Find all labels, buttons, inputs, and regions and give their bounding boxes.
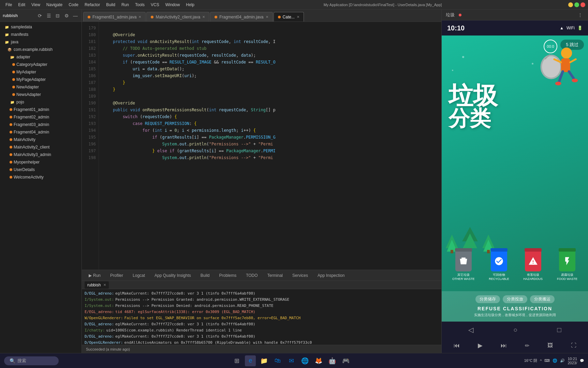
tree-item-mainactivity2[interactable]: MainActivity2_client [0,143,82,151]
tree-item-label: adapter [16,55,30,59]
menu-refactor[interactable]: Refactor [82,2,103,8]
tree-item-java[interactable]: 📁 java [0,38,82,46]
terminal-tab[interactable]: Terminal [263,272,287,279]
services-tab[interactable]: Services [288,272,312,279]
tab-close-button[interactable]: ✕ [266,15,268,19]
menu-vcs[interactable]: VCS [148,2,162,8]
notification-icon[interactable]: 💬 [580,359,584,363]
taskbar-icon-explorer[interactable]: 📁 [259,355,269,366]
taskbar-icon-mail[interactable]: ✉ [286,355,297,366]
taskbar-icon-steam[interactable]: 🎮 [340,355,351,366]
menu-navigate[interactable]: Navigate [44,2,65,8]
menu-build[interactable]: Build [103,2,118,8]
code-content[interactable]: @Override protected void onActivityResul… [99,22,441,270]
maximize-button[interactable]: □ [574,2,579,7]
bins-area: 其它垃圾OTHER WASTE 可回收物RECYCLABLE 有害垃圾HAZAR… [442,251,588,281]
sidebar: rubbish ⟳ ☰ ⊟ ⚙ — 📁 sampledata 📁 manifes… [0,10,82,353]
keyboard-icon: ⌨ [544,358,550,363]
problems-tab[interactable]: Problems [215,272,240,279]
build-tab[interactable]: Build [196,272,214,279]
tab-fragment04[interactable]: Fragment04_admin.java ✕ [210,12,273,22]
tree-item-fragment01[interactable]: Fragment01_admin [0,106,82,113]
taskbar-icon-edge[interactable]: e [245,355,256,366]
taskbar-icon-ie[interactable]: 🌐 [299,355,310,366]
menu-run[interactable]: Run [119,2,132,8]
taskbar-icon-ff[interactable]: 🦊 [313,355,324,366]
menu-window[interactable]: Window [163,2,183,8]
taskbar-icon-store[interactable]: 🛍 [272,355,283,366]
menu-view[interactable]: View [29,2,43,8]
profiler-tab[interactable]: Profiler [106,272,127,279]
tree-item-mainactivity3[interactable]: MainActivity3_admin [0,151,82,158]
run-tab[interactable]: ▶ Run [85,272,105,279]
app-quality-tab[interactable]: App Quality Insights [150,272,195,279]
rubbish-tab-close[interactable]: ✕ [103,283,106,287]
fullscreen-button[interactable]: ⛶ [571,342,576,349]
tree-item-adapter[interactable]: 📂 adapter [0,53,82,61]
tree-item-myadapter[interactable]: MyAdapter [0,68,82,76]
play-button[interactable]: ▶ [478,342,483,349]
rewind-button[interactable]: ⏮ [454,342,460,349]
menu-file[interactable]: File [3,2,15,8]
tab-mainactivity2[interactable]: MainActivity2_client.java ✕ [146,12,209,22]
tree-item-sampledata[interactable]: 📁 sampledata [0,23,82,31]
pencil-button[interactable]: ✏ [525,342,529,349]
rubbish-tab-label: rubbish [87,283,101,287]
java-icon [10,108,12,111]
tree-item-package[interactable]: 📦 com.example.rubbish [0,46,82,53]
tree-item-fragment03[interactable]: Fragment03_admin [0,121,82,128]
minimize-button[interactable]: − [568,2,573,7]
clock-widget[interactable]: 10:21 2023/ [568,357,577,365]
logcat-tab[interactable]: Logcat [129,272,149,279]
tab-close-button[interactable]: ✕ [297,15,299,19]
menu-code[interactable]: Code [66,2,81,8]
tab-close-button[interactable]: ✕ [138,15,141,19]
emulator-more-button[interactable]: ⋮ [576,12,584,18]
emulator-close-dot[interactable] [459,14,461,16]
log-tag: D/OpenGLRenderer: [85,340,123,345]
menu-edit[interactable]: Edit [15,2,28,8]
tab-fragment01[interactable]: Fragment01_admin.java ✕ [83,12,146,22]
tree-item-manifests[interactable]: 📁 manifests [0,31,82,38]
tree-item-userdetails[interactable]: UserDetails [0,166,82,173]
back-button[interactable]: ◁ [468,326,473,334]
log-text: Failed to set EGL_SWAP_BEHAVIOR on surfa… [124,315,301,321]
tree-item-fragment04[interactable]: Fragment04_admin [0,128,82,136]
tree-item-categoryadapter[interactable]: CategoryAdapter [0,61,82,68]
recents-button[interactable]: □ [557,326,561,334]
tree-item-newsadapter[interactable]: NewsAdapter [0,91,82,98]
expand-button[interactable]: ⊟ [54,12,61,19]
menu-tools[interactable]: Tools [132,2,147,8]
todo-tab[interactable]: TODO [242,272,262,279]
code-line-180: @Override [103,31,437,38]
tree-item-welcomeactivity[interactable]: WelcomeActivity [0,173,82,181]
tree-item-newadapter[interactable]: NewAdapter [0,83,82,91]
tree-item-myopenhelper[interactable]: Myopenhelper [0,158,82,166]
editor-status-bar: Succeeded (a minute ago) [82,345,441,353]
app-inspection-tab[interactable]: App Inspection [313,272,349,279]
log-area[interactable]: D/EGL_adreno: eglMakeCurrent: 0x7fff727c… [82,289,441,345]
rubbish-tab[interactable]: rubbish ✕ [85,281,109,289]
phone-bottom-content: 分类储存 分类投放 分类搬运 REFUSE CLASSIFICATION 实施生… [442,291,588,322]
menu-help[interactable]: Help [183,2,197,8]
tree-item-label: Fragment03_admin [14,122,49,127]
tree-item-pojo[interactable]: 📁 pojo [0,98,82,106]
close-button[interactable]: ✕ [580,2,585,7]
close-sidebar-button[interactable]: — [72,12,79,19]
screenshot-button[interactable]: 🖼 [547,342,553,349]
tab-close-button[interactable]: ✕ [202,15,205,19]
taskbar-icon-desktop[interactable]: ⊞ [231,355,242,366]
tree-item-mainactivity[interactable]: MainActivity [0,136,82,143]
forward-button[interactable]: ⏭ [501,342,507,349]
tree-item-fragment02[interactable]: Fragment02_admin [0,113,82,121]
search-bar[interactable]: 🔍 搜索 [4,356,59,365]
tree-item-mypageadapter[interactable]: MyPageAdapter [0,76,82,83]
tab-cate[interactable]: Cate... ✕ [274,12,304,22]
sync-button[interactable]: ⟳ [36,12,43,19]
taskbar-icon-android[interactable]: 🤖 [327,355,338,366]
bin-other: 其它垃圾OTHER WASTE [452,251,475,281]
code-line-183: super.onActivityResult(requestCode, resu… [103,52,437,59]
collapse-all-button[interactable]: ☰ [45,12,52,19]
settings-button[interactable]: ⚙ [63,12,70,19]
home-button[interactable]: ○ [513,326,517,334]
